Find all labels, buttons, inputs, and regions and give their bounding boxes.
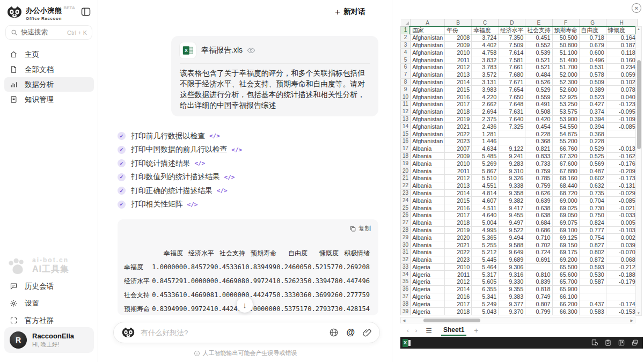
next-sheet-icon[interactable]: › xyxy=(415,327,418,334)
scroll-right-icon[interactable]: ▶ xyxy=(631,317,633,323)
cell[interactable]: Albania xyxy=(411,145,445,152)
cell[interactable]: 2021 xyxy=(445,241,472,249)
cell[interactable]: 0.827 xyxy=(579,241,606,249)
cell[interactable]: 0.593 xyxy=(579,263,606,271)
cell[interactable]: 0.164 xyxy=(606,34,637,41)
cell[interactable]: 9.326 xyxy=(499,174,525,182)
cell[interactable]: 0.368 xyxy=(525,137,552,145)
cell[interactable]: 7.648 xyxy=(499,100,525,108)
cell[interactable]: 4.511 xyxy=(472,204,499,212)
column-header-B[interactable]: B xyxy=(445,19,472,27)
row-number[interactable]: 23 xyxy=(401,189,411,197)
row-number[interactable]: 8 xyxy=(401,78,411,86)
cell[interactable]: -0.188 xyxy=(606,271,637,278)
cell[interactable]: 5.341 xyxy=(472,293,499,300)
cell[interactable] xyxy=(579,285,606,293)
row-number[interactable]: 16 xyxy=(401,137,411,145)
cell[interactable]: 2018 xyxy=(445,308,472,315)
row-number[interactable]: 5 xyxy=(401,56,411,64)
cell[interactable]: Algeria xyxy=(411,285,445,293)
cell[interactable]: -0.013 xyxy=(606,145,637,152)
cell[interactable]: 4.634 xyxy=(472,145,499,152)
cell[interactable]: 社会支持 xyxy=(525,27,552,34)
cell[interactable]: 2.375 xyxy=(472,115,499,123)
cell[interactable]: Albania xyxy=(411,197,445,204)
cell[interactable]: 0.759 xyxy=(525,167,552,175)
sidebar-item-knowledge[interactable]: 知识管理 xyxy=(4,92,94,107)
cell[interactable]: 2010 xyxy=(445,263,472,271)
cell[interactable]: 54.875 xyxy=(552,130,579,138)
cell[interactable]: 0.638 xyxy=(525,204,552,212)
cell[interactable]: 0.799 xyxy=(525,308,552,315)
cell[interactable]: 0.508 xyxy=(525,108,552,115)
cell[interactable]: 0.118 xyxy=(606,49,637,56)
cell[interactable]: 2015 xyxy=(445,86,472,93)
sidebar-item-data-analysis[interactable]: 数据分析 xyxy=(4,77,94,92)
cell[interactable]: 67.600 xyxy=(552,160,579,167)
cell[interactable] xyxy=(579,293,606,300)
cell[interactable]: 2017 xyxy=(445,211,472,219)
cell[interactable]: 0.521 xyxy=(525,56,552,64)
cell[interactable]: 69.150 xyxy=(552,241,579,249)
cell[interactable]: 52.600 xyxy=(552,86,579,93)
cell[interactable]: 2008 xyxy=(445,34,472,41)
row-number[interactable]: 19 xyxy=(401,160,411,167)
cell[interactable]: 5.043 xyxy=(472,308,499,315)
cell[interactable]: 2022 xyxy=(445,248,472,256)
row-number[interactable]: 31 xyxy=(401,248,411,256)
cell[interactable]: 2011 xyxy=(445,271,472,278)
cell[interactable]: 2014 xyxy=(445,285,472,293)
cell[interactable]: 0.374 xyxy=(579,108,606,115)
cell[interactable]: 7.350 xyxy=(499,34,525,41)
cell[interactable]: 幸福度 xyxy=(472,27,499,34)
cell[interactable]: 5.510 xyxy=(472,174,499,182)
cell[interactable]: 4.402 xyxy=(472,41,499,49)
cell[interactable]: 0.872 xyxy=(579,256,606,263)
cell[interactable]: 0.785 xyxy=(525,174,552,182)
cell[interactable]: 0.002 xyxy=(606,234,637,241)
cell[interactable]: Afghanistan xyxy=(411,86,445,93)
row-number[interactable]: 27 xyxy=(401,219,411,226)
cell[interactable]: 0.102 xyxy=(606,78,637,86)
cell[interactable]: 2016 xyxy=(445,93,472,101)
cell[interactable]: 0.600 xyxy=(579,49,606,56)
cell[interactable]: 69.175 xyxy=(552,248,579,256)
cell[interactable]: 0.394 xyxy=(579,115,606,123)
cell[interactable]: 9.241 xyxy=(499,152,525,160)
row-number[interactable]: 35 xyxy=(401,278,411,286)
cell[interactable]: 9.330 xyxy=(499,278,525,286)
cell[interactable]: 69.075 xyxy=(552,219,579,226)
cell[interactable]: 9.417 xyxy=(499,204,525,212)
cell[interactable]: 9.122 xyxy=(499,145,525,152)
cell[interactable]: Afghanistan xyxy=(411,137,445,145)
cell[interactable]: Afghanistan xyxy=(411,93,445,101)
horizontal-scrollbar[interactable]: ◀ ▶ xyxy=(400,317,635,323)
cell[interactable]: -0.174 xyxy=(606,300,637,308)
cell[interactable]: Albania xyxy=(411,174,445,182)
cell[interactable]: Afghanistan xyxy=(411,63,445,71)
scroll-left-icon[interactable]: ◀ xyxy=(402,317,405,323)
cell[interactable]: Afghanistan xyxy=(411,115,445,123)
vertical-scroll-thumb[interactable] xyxy=(637,60,641,149)
cell[interactable]: 54.550 xyxy=(552,123,579,130)
cell[interactable]: 2017 xyxy=(445,100,472,108)
cell[interactable]: 65.500 xyxy=(552,263,579,271)
cell[interactable]: 2022 xyxy=(445,130,472,138)
cell[interactable]: 2016 xyxy=(445,204,472,212)
cell[interactable]: 9.497 xyxy=(499,219,525,226)
cell[interactable]: 年份 xyxy=(445,27,472,34)
copy-button[interactable]: 复制 xyxy=(349,225,371,233)
view-code-icon[interactable]: </> xyxy=(217,187,228,194)
cell[interactable]: 0.704 xyxy=(579,197,606,204)
cell[interactable]: 2012 xyxy=(445,174,472,182)
cell[interactable]: Algeria xyxy=(411,308,445,315)
row-number[interactable]: 10 xyxy=(401,93,411,101)
cell[interactable]: 0.529 xyxy=(525,86,552,93)
cell[interactable]: 2019 xyxy=(445,115,472,123)
new-chat-button[interactable]: + 新对话 xyxy=(335,7,365,17)
cell[interactable]: 0.587 xyxy=(579,278,606,286)
cell[interactable]: 7.650 xyxy=(499,93,525,101)
cell[interactable]: Albania xyxy=(411,226,445,234)
cell[interactable]: 2010 xyxy=(445,160,472,167)
sheet-menu-icon[interactable]: ☰ xyxy=(426,327,431,335)
